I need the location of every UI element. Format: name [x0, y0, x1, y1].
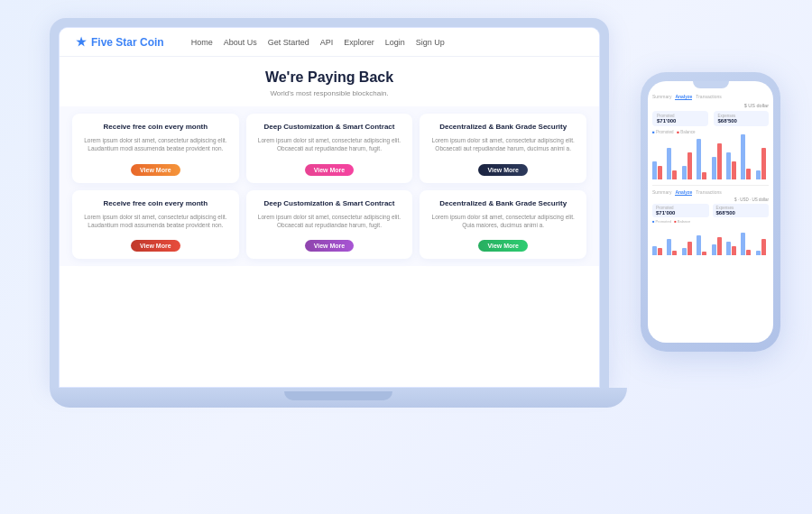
bar-group — [652, 161, 665, 179]
bar-blue — [756, 170, 761, 179]
card-body: Lorem ipsum dolor sit amet, consectetur … — [255, 213, 404, 229]
site-cards: Receive free coin every month Lorem ipsu… — [60, 106, 599, 266]
card-body: Lorem ipsum dolor sit amet, consectetur … — [81, 136, 230, 152]
star-icon: ★ — [76, 35, 87, 49]
site-card: Deep Customization & Smart Contract Lore… — [246, 190, 413, 260]
nav-about[interactable]: About Us — [224, 38, 257, 47]
card-btn[interactable]: View More — [131, 164, 180, 176]
card-title: Deep Customization & Smart Contract — [255, 123, 404, 132]
site-nav-links: Home About Us Get Started API Explorer L… — [191, 38, 445, 47]
card-body: Lorem ipsum dolor sit amet, consectetur … — [81, 213, 230, 229]
bar-red — [658, 166, 662, 179]
bar-group-2 — [712, 237, 724, 255]
laptop-screen-outer: ★ Five Star Coin Home About Us Get Start… — [50, 18, 609, 388]
laptop: ★ Five Star Coin Home About Us Get Start… — [50, 18, 627, 469]
phone-tabs: Summary Analyze Transactions — [652, 94, 769, 100]
phone-section2: Summary Analyze Transactions $ · USD · U… — [652, 189, 769, 258]
card-title: Deep Customization & Smart Contract — [255, 199, 404, 208]
bar-blue-2 — [667, 239, 671, 255]
nav-login[interactable]: Login — [385, 38, 405, 47]
bar-blue-2 — [756, 251, 761, 255]
bar-red — [687, 152, 692, 179]
bar-blue — [652, 161, 657, 179]
bar-blue — [682, 166, 687, 179]
bar-red — [717, 143, 722, 179]
bar-group — [726, 152, 739, 179]
bar-red — [761, 148, 766, 179]
nav-signup[interactable]: Sign Up — [416, 38, 445, 47]
phone-stats2: Promoted $71'000 Expenses $68'500 — [652, 204, 769, 217]
laptop-screen-inner: ★ Five Star Coin Home About Us Get Start… — [59, 27, 600, 388]
bar-blue-2 — [726, 242, 731, 255]
phone-notch — [693, 81, 729, 88]
bar-blue — [741, 134, 745, 179]
card-title: Receive free coin every month — [81, 123, 230, 132]
card-body: Lorem ipsum dolor sit amet, consectetur … — [255, 136, 404, 152]
bar-red-2 — [717, 237, 722, 255]
logo-text: Five Star Coin — [91, 36, 164, 49]
site-card: Receive free coin every month Lorem ipsu… — [72, 190, 239, 260]
card-title: Receive free coin every month — [81, 199, 230, 208]
bar-group-2 — [741, 233, 753, 255]
phone-screen: Summary Analyze Transactions $ US dollar… — [648, 81, 773, 343]
tab2-summary[interactable]: Summary — [652, 189, 671, 196]
bar-red — [702, 172, 706, 179]
site-card: Receive free coin every month Lorem ipsu… — [72, 114, 239, 183]
bar-red — [732, 161, 736, 179]
site-card: Decentralized & Bank Grade Security Lore… — [420, 114, 586, 183]
nav-get-started[interactable]: Get Started — [268, 38, 309, 47]
site-hero: We're Paying Back World's most responsib… — [60, 57, 599, 106]
phone-stats: Promoted $71'000 Expenses $68'500 — [652, 111, 769, 126]
card-btn[interactable]: View More — [305, 240, 355, 252]
bar-group-2 — [667, 239, 679, 255]
phone-currency2: $ · USD · US dollar — [652, 197, 769, 202]
bar-blue — [726, 152, 731, 179]
nav-api[interactable]: API — [320, 38, 334, 47]
phone-tabs2: Summary Analyze Transactions — [652, 189, 769, 196]
card-title: Decentralized & Bank Grade Security — [429, 123, 577, 132]
tab-analyze[interactable]: Analyze — [675, 94, 692, 100]
bar-blue — [712, 157, 716, 179]
card-body: Lorem ipsum dolor sit amet, consectetur … — [429, 213, 577, 229]
stat-expenses-value: $68'500 — [718, 118, 765, 124]
phone-stat-promoted: Promoted $71'000 — [652, 111, 708, 126]
card-btn[interactable]: View More — [131, 240, 180, 252]
bar-blue-2 — [652, 246, 657, 255]
tab2-transactions[interactable]: Transactions — [696, 189, 721, 196]
site-navbar: ★ Five Star Coin Home About Us Get Start… — [60, 28, 599, 57]
phone-outer: Summary Analyze Transactions $ US dollar… — [641, 72, 780, 352]
hero-title: We're Paying Back — [69, 69, 590, 86]
bar-blue — [667, 148, 671, 179]
chart2-legend: ■ Promoted ■ Balance — [652, 219, 769, 224]
card-btn[interactable]: View More — [478, 240, 528, 252]
site-card: Decentralized & Bank Grade Security Lore… — [420, 190, 586, 260]
bar-red-2 — [746, 250, 751, 255]
stat2-promoted-value: $71'000 — [656, 210, 706, 216]
bar-group-2 — [682, 242, 695, 255]
nav-home[interactable]: Home — [191, 38, 213, 47]
card-btn[interactable]: View More — [305, 164, 355, 176]
bar-red-2 — [658, 248, 662, 255]
tab-transactions[interactable]: Transactions — [696, 94, 721, 100]
phone: Summary Analyze Transactions $ US dollar… — [641, 72, 780, 352]
tab2-analyze[interactable]: Analyze — [675, 189, 692, 196]
phone-stat2-expenses: Expenses $68'500 — [713, 204, 770, 217]
bar-blue-2 — [741, 233, 745, 255]
site-logo: ★ Five Star Coin — [76, 35, 164, 49]
bar-group — [741, 134, 753, 179]
phone-stat-expenses: Expenses $68'500 — [714, 111, 770, 126]
tab-summary[interactable]: Summary — [652, 94, 671, 100]
phone-stat2-promoted: Promoted $71'000 — [652, 204, 709, 217]
card-title: Decentralized & Bank Grade Security — [429, 199, 577, 208]
phone-content: Summary Analyze Transactions $ US dollar… — [648, 90, 773, 343]
bar-group-2 — [652, 246, 665, 255]
nav-explorer[interactable]: Explorer — [344, 38, 374, 47]
card-btn[interactable]: View More — [478, 164, 528, 176]
bar-blue-2 — [697, 235, 701, 255]
bar-red-2 — [672, 251, 677, 255]
phone-currency: $ US dollar — [652, 103, 769, 108]
bar-group-2 — [726, 242, 739, 255]
hero-subtitle: World's most responsible blockchain. — [69, 89, 590, 97]
phone-divider — [652, 185, 769, 186]
site-card: Deep Customization & Smart Contract Lore… — [246, 114, 413, 183]
